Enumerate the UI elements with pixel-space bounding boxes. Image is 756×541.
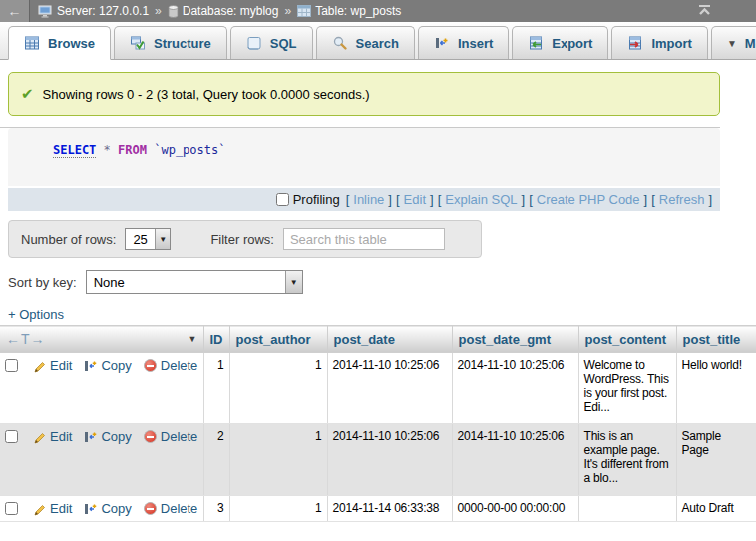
cell-post-date: 2014-11-10 10:25:06 [327, 424, 452, 496]
copy-link: Copy [101, 429, 131, 444]
copy-link: Copy [101, 501, 131, 516]
column-header-post-author[interactable]: post_author [229, 326, 327, 353]
copy-icon [84, 502, 97, 516]
tab-sql-label: SQL [270, 36, 297, 51]
copy-action[interactable]: Copy [84, 429, 131, 444]
insert-icon [434, 35, 450, 51]
cell-post-date-gmt: 0000-00-00 00:00:00 [452, 496, 578, 522]
pencil-icon [32, 359, 46, 373]
sql-table-identifier: `wp_posts` [154, 143, 225, 157]
with-selected-dropdown-icon[interactable]: ▼ [189, 334, 197, 344]
cell-post-author: 1 [229, 496, 327, 522]
tab-search[interactable]: Search [316, 26, 415, 59]
table-row: Edit Copy Delete [0, 353, 756, 424]
edit-action[interactable]: Edit [32, 501, 72, 516]
success-check-icon: ✔ [21, 85, 34, 103]
tab-export[interactable]: Export [512, 26, 608, 59]
create-php-code-link[interactable]: Create PHP Code [537, 192, 640, 207]
row-checkbox[interactable] [5, 359, 18, 372]
database-icon [168, 5, 179, 18]
cell-post-date-gmt: 2014-11-10 10:25:06 [452, 424, 578, 496]
breadcrumb-server[interactable]: Server: 127.0.0.1 [38, 4, 149, 18]
copy-link: Copy [101, 358, 131, 373]
cell-post-date: 2014-11-10 10:25:06 [327, 353, 452, 424]
number-of-rows-select[interactable]: 25 ▼ [125, 228, 171, 250]
column-header-post-date[interactable]: post_date [327, 326, 452, 353]
delete-action[interactable]: Delete [144, 429, 198, 444]
edit-action[interactable]: Edit [32, 358, 72, 373]
cell-post-title: Auto Draft [676, 496, 756, 522]
sql-keyword-select[interactable]: SELECT [53, 143, 96, 158]
table-row: Edit Copy Delete [0, 424, 756, 496]
tab-structure[interactable]: Structure [114, 26, 227, 59]
sort-controls: Sort by key: None ▼ [8, 270, 756, 294]
back-arrow-icon: ← [8, 3, 22, 19]
refresh-link[interactable]: Refresh [659, 192, 705, 207]
profiling-checkbox[interactable] [276, 193, 289, 206]
delete-link: Delete [161, 501, 198, 516]
import-icon [627, 35, 643, 51]
tab-import[interactable]: Import [611, 26, 707, 59]
chevron-down-icon: ▼ [727, 38, 737, 49]
cell-id: 2 [203, 424, 229, 496]
column-header-post-content[interactable]: post_content [578, 326, 676, 353]
delete-icon [144, 430, 157, 443]
structure-icon [130, 35, 146, 51]
number-of-rows-label: Number of rows: [21, 232, 116, 247]
edit-link: Edit [50, 358, 72, 373]
number-of-rows-value: 25 [126, 229, 154, 249]
bracket: ] [708, 192, 712, 207]
delete-action[interactable]: Delete [144, 358, 198, 373]
tab-search-label: Search [356, 36, 399, 51]
sort-by-key-select[interactable]: None ▼ [86, 270, 303, 294]
tab-sql[interactable]: SQL [230, 26, 313, 59]
delete-icon [144, 359, 157, 372]
delete-link: Delete [161, 358, 198, 373]
header-actions-cell: ←T→ ▼ [0, 326, 203, 353]
cell-post-content: Welcome to WordPress. This is your first… [578, 353, 676, 424]
row-checkbox[interactable] [5, 430, 18, 443]
delete-icon [144, 502, 157, 515]
sort-by-key-label: Sort by key: [8, 275, 77, 290]
tab-browse[interactable]: Browse [8, 26, 111, 60]
column-header-id[interactable]: ID [203, 326, 229, 353]
bracket: ] [522, 192, 526, 207]
copy-action[interactable]: Copy [84, 501, 131, 516]
copy-icon [84, 430, 97, 444]
breadcrumb-database[interactable]: Database: myblog [168, 4, 279, 18]
select-arrow-icon: ▼ [155, 229, 171, 249]
row-checkbox[interactable] [5, 502, 18, 515]
options-toggle-link[interactable]: + Options [8, 307, 64, 322]
delete-action[interactable]: Delete [144, 501, 198, 516]
back-button[interactable]: ← [0, 0, 30, 22]
tab-export-label: Export [552, 36, 592, 51]
explain-sql-link[interactable]: Explain SQL [445, 192, 517, 207]
cell-post-title: Hello world! [676, 353, 756, 424]
column-header-post-title[interactable]: post_title [676, 326, 756, 353]
table-icon [297, 5, 311, 17]
sql-icon [246, 35, 262, 51]
filter-rows-input[interactable] [283, 228, 445, 250]
status-message-text: Showing rows 0 - 2 (3 total, Query took … [43, 87, 370, 102]
pencil-icon [32, 502, 46, 516]
breadcrumb-bar: ← Server: 127.0.0.1 » Database: myblog » [0, 0, 756, 22]
breadcrumb: Server: 127.0.0.1 » Database: myblog » T… [38, 4, 401, 18]
copy-action[interactable]: Copy [84, 358, 131, 373]
cell-post-content [578, 496, 676, 522]
column-header-post-date-gmt[interactable]: post_date_gmt [452, 326, 578, 353]
edit-action[interactable]: Edit [32, 429, 72, 444]
browse-icon [24, 35, 40, 51]
collapse-to-top-icon[interactable] [697, 4, 712, 20]
profiling-label: Profiling [293, 192, 340, 207]
bracket: ] [644, 192, 648, 207]
search-icon [332, 35, 348, 51]
breadcrumb-table[interactable]: Table: wp_posts [297, 4, 401, 18]
tab-insert[interactable]: Insert [418, 26, 509, 59]
tab-import-label: Import [651, 36, 691, 51]
inline-link[interactable]: Inline [353, 192, 384, 207]
sql-query-box: SELECT * FROM `wp_posts` [8, 128, 720, 186]
tab-more[interactable]: ▼ More [711, 26, 756, 59]
column-reorder-handle-icon[interactable]: ←T→ [6, 331, 46, 347]
edit-query-link[interactable]: Edit [404, 192, 426, 207]
cell-id: 3 [203, 496, 229, 522]
